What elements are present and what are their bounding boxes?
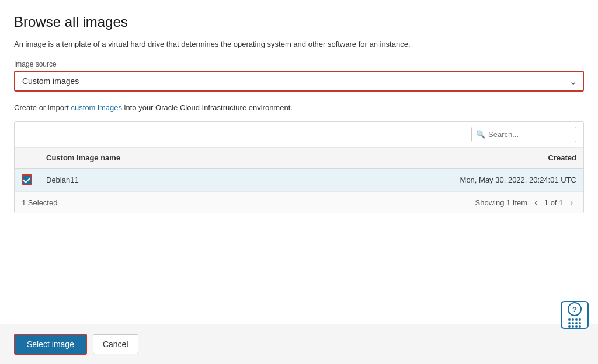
help-dot-8 bbox=[579, 322, 581, 324]
col-header-name: Custom image name bbox=[39, 148, 432, 169]
checkbox-wrapper bbox=[22, 174, 32, 185]
images-table: Custom image name Created Debian11 bbox=[15, 148, 583, 191]
help-dot-6 bbox=[572, 322, 574, 324]
page-info: 1 of 1 bbox=[544, 198, 564, 207]
row-created-cell: Mon, May 30, 2022, 20:24:01 UTC bbox=[432, 169, 583, 191]
images-table-container: 🔍 Custom image name Created bbox=[14, 121, 584, 214]
select-image-button[interactable]: Select image bbox=[14, 334, 87, 355]
pagination-next-button[interactable]: › bbox=[566, 197, 576, 208]
help-dot-9 bbox=[568, 326, 571, 328]
help-dot-7 bbox=[575, 322, 578, 324]
footer-bar: Select image Cancel bbox=[0, 324, 598, 364]
help-dot-12 bbox=[579, 326, 581, 328]
search-icon: 🔍 bbox=[476, 130, 485, 139]
help-dot-5 bbox=[568, 322, 571, 324]
help-dot-3 bbox=[575, 318, 578, 321]
image-source-select[interactable]: Custom images Platform images Marketplac… bbox=[15, 72, 583, 90]
pagination: Showing 1 Item ‹ 1 of 1 › bbox=[475, 197, 576, 208]
custom-images-link[interactable]: custom images bbox=[71, 103, 122, 112]
row-checkbox[interactable] bbox=[22, 174, 32, 185]
help-circle-icon: ? bbox=[568, 302, 582, 316]
help-dot-2 bbox=[572, 318, 574, 321]
search-wrapper: 🔍 bbox=[471, 127, 576, 142]
help-button[interactable]: ? bbox=[561, 301, 589, 329]
help-dot-4 bbox=[579, 318, 581, 321]
table-row[interactable]: Debian11 Mon, May 30, 2022, 20:24:01 UTC bbox=[15, 169, 583, 191]
cancel-button[interactable]: Cancel bbox=[93, 334, 138, 354]
page-title: Browse all images bbox=[14, 14, 584, 30]
row-checkbox-cell bbox=[15, 169, 39, 191]
row-name-cell: Debian11 bbox=[39, 169, 432, 191]
col-header-checkbox bbox=[15, 148, 39, 169]
image-source-select-wrapper: Custom images Platform images Marketplac… bbox=[14, 71, 584, 92]
col-header-created: Created bbox=[432, 148, 583, 169]
info-text-before: Create or import bbox=[14, 103, 71, 112]
main-content: Browse all images An image is a template… bbox=[0, 0, 598, 324]
page-description: An image is a template of a virtual hard… bbox=[14, 40, 584, 48]
search-input[interactable] bbox=[471, 127, 576, 142]
table-footer: 1 Selected Showing 1 Item ‹ 1 of 1 › bbox=[15, 191, 583, 213]
showing-text: Showing 1 Item bbox=[475, 198, 528, 207]
row-image-name: Debian11 bbox=[46, 176, 79, 184]
help-dot-1 bbox=[568, 318, 571, 321]
help-dots-icon bbox=[568, 318, 581, 328]
info-text: Create or import custom images into your… bbox=[14, 103, 584, 112]
row-created-date: Mon, May 30, 2022, 20:24:01 UTC bbox=[460, 176, 576, 184]
info-text-after: into your Oracle Cloud Infrastructure en… bbox=[122, 103, 293, 112]
help-dot-10 bbox=[572, 326, 574, 328]
pagination-prev-button[interactable]: ‹ bbox=[531, 197, 541, 208]
image-source-group: Image source Custom images Platform imag… bbox=[14, 60, 584, 92]
image-source-label: Image source bbox=[14, 60, 584, 68]
selected-count: 1 Selected bbox=[22, 198, 57, 207]
help-dot-11 bbox=[575, 326, 578, 328]
table-header-row: Custom image name Created bbox=[15, 148, 583, 169]
table-toolbar: 🔍 bbox=[15, 122, 583, 148]
